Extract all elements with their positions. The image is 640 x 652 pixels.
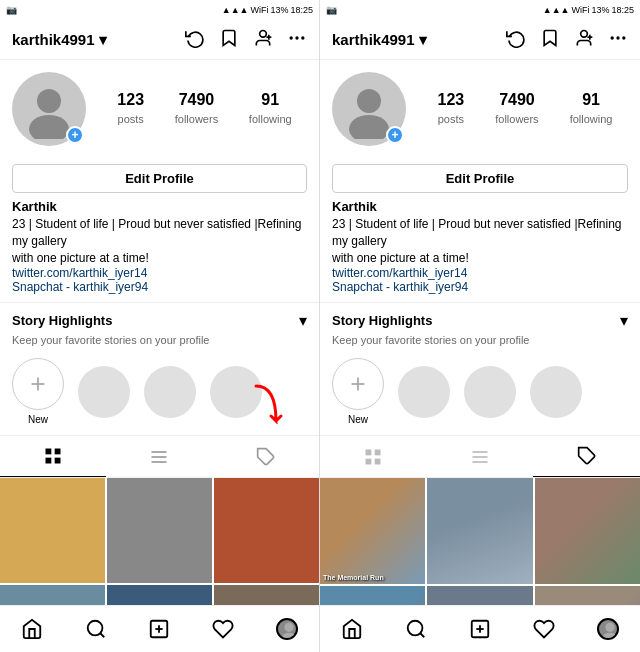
followers-number-right: 7490 bbox=[495, 91, 538, 109]
header-icons-left bbox=[185, 28, 307, 52]
status-bar-left: 📷 ▲▲▲ WiFi 13% 18:25 bbox=[0, 0, 319, 20]
bio-text-left: 23 | Student of life | Proud but never s… bbox=[12, 216, 307, 266]
nav-home-right[interactable] bbox=[332, 614, 372, 644]
edit-profile-btn-left[interactable]: Edit Profile bbox=[12, 164, 307, 193]
photo-cell-r6[interactable] bbox=[535, 586, 640, 605]
svg-point-25 bbox=[581, 30, 588, 37]
following-label-right: following bbox=[570, 113, 613, 125]
chevron-down-icon-left[interactable]: ▾ bbox=[299, 311, 307, 330]
svg-rect-36 bbox=[375, 449, 381, 455]
bookmark-icon-left[interactable] bbox=[219, 28, 239, 52]
profile-top-left: + 123 posts 7490 followers 91 following bbox=[12, 72, 307, 146]
photo-cell-r5[interactable] bbox=[427, 586, 532, 605]
svg-point-7 bbox=[29, 115, 69, 139]
svg-point-6 bbox=[37, 89, 61, 113]
photo-grid-left bbox=[0, 478, 319, 605]
history-icon-right[interactable] bbox=[506, 28, 526, 52]
tab-grid-left[interactable] bbox=[0, 436, 106, 477]
photo-cell-l1[interactable] bbox=[0, 478, 105, 583]
svg-point-5 bbox=[301, 36, 304, 39]
photo-cell-l4[interactable] bbox=[0, 585, 105, 605]
more-icon-right[interactable] bbox=[608, 28, 628, 52]
bio-section-right: Karthik 23 | Student of life | Proud but… bbox=[320, 199, 640, 302]
tab-list-right[interactable] bbox=[427, 436, 534, 477]
bottom-nav-left bbox=[0, 605, 319, 652]
tab-list-left[interactable] bbox=[106, 436, 212, 477]
photo-cell-l2[interactable] bbox=[107, 478, 212, 583]
profile-stats-right: 123 posts 7490 followers 91 following bbox=[422, 91, 628, 127]
camera-icon: 📷 bbox=[6, 5, 17, 15]
bio-text-right: 23 | Student of life | Proud but never s… bbox=[332, 216, 628, 266]
more-icon-left[interactable] bbox=[287, 28, 307, 52]
highlight-3-right[interactable] bbox=[530, 366, 582, 418]
nav-search-left[interactable] bbox=[76, 614, 116, 644]
posts-number-right: 123 bbox=[438, 91, 465, 109]
highlight-1-right[interactable] bbox=[398, 366, 450, 418]
followers-number-left: 7490 bbox=[175, 91, 218, 109]
highlight-new-right[interactable]: New bbox=[332, 358, 384, 425]
edit-profile-btn-right[interactable]: Edit Profile bbox=[332, 164, 628, 193]
highlight-new-left[interactable]: New bbox=[12, 358, 64, 425]
status-right: ▲▲▲ WiFi 13% 18:25 bbox=[222, 5, 313, 15]
username-right[interactable]: karthik4991 ▾ bbox=[332, 31, 427, 49]
svg-point-32 bbox=[349, 115, 389, 139]
profile-stats-left: 123 posts 7490 followers 91 following bbox=[102, 91, 307, 127]
username-left[interactable]: karthik4991 ▾ bbox=[12, 31, 107, 49]
bookmark-icon-right[interactable] bbox=[540, 28, 560, 52]
nav-heart-left[interactable] bbox=[203, 614, 243, 644]
photo-grid-right: The Memorial Run bbox=[320, 478, 640, 605]
highlight-1-left[interactable] bbox=[78, 366, 130, 418]
tab-tagged-right[interactable] bbox=[533, 436, 640, 477]
nav-profile-right[interactable] bbox=[588, 614, 628, 644]
nav-add-left[interactable] bbox=[139, 614, 179, 644]
avatar-wrapper-left: + bbox=[12, 72, 86, 146]
highlight-2-left[interactable] bbox=[144, 366, 196, 418]
svg-point-30 bbox=[622, 36, 625, 39]
svg-rect-37 bbox=[366, 459, 372, 465]
photo-cell-r1[interactable]: The Memorial Run bbox=[320, 478, 425, 583]
chevron-down-icon-right[interactable]: ▾ bbox=[620, 311, 628, 330]
svg-rect-13 bbox=[55, 458, 61, 464]
following-number-right: 91 bbox=[570, 91, 613, 109]
photo-cell-l6[interactable] bbox=[214, 585, 319, 605]
time-text: 18:25 bbox=[290, 5, 313, 15]
wifi-icon-right: WiFi bbox=[571, 5, 589, 15]
highlight-2-right[interactable] bbox=[464, 366, 516, 418]
highlights-bar-left: Story Highlights ▾ bbox=[0, 302, 319, 334]
nav-profile-left[interactable] bbox=[267, 614, 307, 644]
photo-cell-r4[interactable] bbox=[320, 586, 425, 605]
highlight-add-circle-left bbox=[12, 358, 64, 410]
tab-grid-right[interactable] bbox=[320, 436, 427, 477]
right-panel: 📷 ▲▲▲ WiFi 13% 18:25 karthik4991 ▾ bbox=[320, 0, 640, 652]
history-icon-left[interactable] bbox=[185, 28, 205, 52]
svg-point-24 bbox=[282, 633, 297, 640]
bio-link1-right[interactable]: twitter.com/karthik_iyer14 bbox=[332, 266, 628, 280]
photo-cell-l5[interactable] bbox=[107, 585, 212, 605]
highlights-scroll-right: New bbox=[320, 354, 640, 435]
avatar-plus-left[interactable]: + bbox=[66, 126, 84, 144]
person-add-icon-left[interactable] bbox=[253, 28, 273, 52]
nav-search-right[interactable] bbox=[396, 614, 436, 644]
bio-link1-left[interactable]: twitter.com/karthik_iyer14 bbox=[12, 266, 307, 280]
photo-cell-l3[interactable] bbox=[214, 478, 319, 583]
following-label-left: following bbox=[249, 113, 292, 125]
highlight-new-label-right: New bbox=[348, 414, 368, 425]
dropdown-icon-right: ▾ bbox=[419, 31, 427, 49]
tab-tagged-left[interactable] bbox=[213, 436, 319, 477]
photo-cell-r3[interactable] bbox=[535, 478, 640, 583]
stat-following-right: 91 following bbox=[570, 91, 613, 127]
nav-home-left[interactable] bbox=[12, 614, 52, 644]
svg-rect-12 bbox=[46, 458, 52, 464]
username-text-left: karthik4991 bbox=[12, 31, 95, 48]
bio-line1-left: 23 | Student of life | Proud but never s… bbox=[12, 217, 302, 248]
highlights-subtitle-right: Keep your favorite stories on your profi… bbox=[320, 334, 640, 354]
avatar-plus-right[interactable]: + bbox=[386, 126, 404, 144]
svg-point-48 bbox=[605, 623, 614, 632]
panel-scroll-right: + 123 posts 7490 followers 91 following bbox=[320, 60, 640, 605]
person-add-icon-right[interactable] bbox=[574, 28, 594, 52]
nav-heart-right[interactable] bbox=[524, 614, 564, 644]
svg-point-23 bbox=[284, 623, 293, 632]
photo-cell-r2[interactable] bbox=[427, 478, 532, 583]
nav-add-right[interactable] bbox=[460, 614, 500, 644]
stat-followers-left: 7490 followers bbox=[175, 91, 218, 127]
